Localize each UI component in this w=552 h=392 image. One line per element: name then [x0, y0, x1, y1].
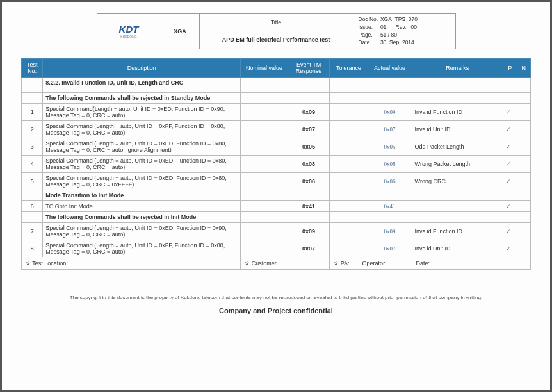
copyright-text: The copyright in this document is the pr…	[21, 288, 531, 300]
col-rem: Remarks	[412, 58, 503, 77]
table-row: 3 Special Command (Length = auto, Unit I…	[22, 138, 531, 155]
logo-cell: KDT KUKDONG	[97, 14, 161, 49]
col-evt: Event TM Response	[288, 58, 329, 77]
header-table: KDT KUKDONG XGA Title Doc No. XGA_TPS_07…	[97, 13, 456, 49]
table-body: 8.2.2. Invalid Function ID, Unit ID, Len…	[22, 77, 531, 269]
main-table: Test No. Description Nominal value Event…	[21, 58, 531, 270]
check-icon: ✓	[503, 138, 517, 155]
meta-cell: Doc No. XGA_TPS_070 Issue. 01 Rev. 00 Pa…	[353, 14, 455, 49]
check-icon: ✓	[503, 200, 517, 211]
col-tol: Tolerance	[330, 58, 368, 77]
table-row: 6 TC Goto Init Mode 0x41 0x41 ✓	[22, 200, 531, 211]
table-header-row: Test No. Description Nominal value Event…	[22, 58, 531, 77]
table-row: 8 Special Command (Length = auto, Unit I…	[22, 240, 531, 257]
table-row: 2 Special Command (Length = auto, Unit I…	[22, 120, 531, 138]
spacer-row	[22, 88, 531, 92]
table-row: 7 Special Command (Length = auto, Unit I…	[22, 222, 531, 240]
rev-val: 00	[410, 24, 416, 30]
pa-label: PA:	[334, 260, 349, 266]
section-row: 8.2.2. Invalid Function ID, Unit ID, Len…	[22, 77, 531, 88]
footer-date-label: Date:	[416, 260, 430, 266]
col-n: N	[517, 58, 530, 77]
footer-row: Test Location: Customer : PA: Operator: …	[22, 257, 531, 269]
check-icon: ✓	[503, 222, 517, 240]
operator-label: Operator:	[362, 260, 387, 266]
check-icon: ✓	[503, 240, 517, 257]
date-val: 30. Sep. 2014	[380, 39, 414, 45]
check-icon: ✓	[503, 172, 517, 190]
document-page: KDT KUKDONG XGA Title Doc No. XGA_TPS_07…	[0, 0, 552, 392]
col-act: Actual value	[368, 58, 412, 77]
check-icon: ✓	[503, 120, 517, 138]
section-row: The following Commands shall be rejected…	[22, 211, 531, 222]
table-row: 4 Special Command (Length = auto, Unit I…	[22, 155, 531, 172]
check-icon: ✓	[503, 103, 517, 120]
test-location-label: Test Location:	[26, 260, 68, 266]
company-logo: KDT	[119, 24, 139, 35]
confidential-text: Company and Project confidential	[21, 307, 531, 314]
col-p: P	[503, 58, 517, 77]
col-desc: Description	[43, 58, 241, 77]
col-testno: Test No.	[22, 58, 43, 77]
doc-title: APD EM full electrical Performance test	[199, 31, 353, 49]
doc-no: XGA_TPS_070	[380, 16, 418, 22]
table-row: 5 Special Command (Length = auto, Unit I…	[22, 172, 531, 190]
issue-val: 01	[380, 24, 386, 30]
company-sub: KUKDONG	[102, 35, 156, 38]
title-label: Title	[199, 14, 353, 31]
table-row: 1 Special Command(Length = auto, Unit ID…	[22, 103, 531, 120]
customer-label: Customer :	[245, 260, 280, 266]
check-icon: ✓	[503, 155, 517, 172]
page-val: 51 / 80	[380, 31, 397, 38]
section-row: The following Commands shall be rejected…	[22, 92, 531, 103]
col-nom: Nominal value	[241, 58, 288, 77]
doc-code: XGA	[161, 14, 199, 49]
section-row: Mode Transition to Init Mode	[22, 190, 531, 200]
header-block: KDT KUKDONG XGA Title Doc No. XGA_TPS_07…	[21, 13, 531, 49]
